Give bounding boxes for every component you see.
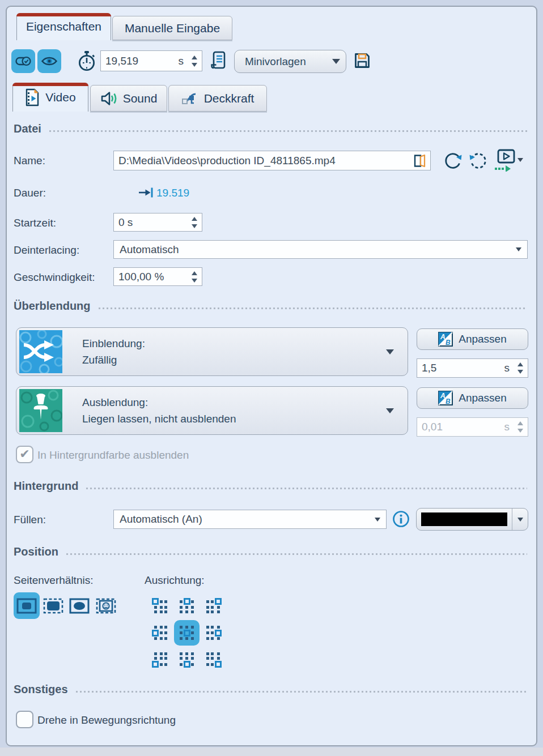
background-color-button[interactable] [416,508,528,531]
duration-unit: s [179,55,184,67]
duration-end-arrow-icon [138,186,154,199]
alignment-middle-right-button[interactable] [201,620,226,646]
alignment-dot [160,657,163,660]
fade-in-combo[interactable]: Einblendung: Zufällig [16,327,408,376]
dotted-divider [49,130,527,132]
alignment-bottom-center-button[interactable] [174,647,200,672]
startzeit-input[interactable]: 0 s [113,213,202,232]
dotted-divider [86,488,527,489]
alignment-dot [180,600,183,603]
alignment-dot [160,637,163,640]
speed-spinner[interactable] [192,271,197,283]
alignment-dot [154,610,157,613]
tab-video[interactable]: Video [12,83,88,112]
alignment-dot [160,626,163,629]
fade-in-time-spinner[interactable] [517,362,523,374]
tab-sound[interactable]: Sound [90,85,167,112]
alignment-middle-center-button[interactable] [174,620,200,646]
aspect-original-button[interactable] [14,592,40,619]
tab-manuelle-eingabe[interactable]: Manuelle Eingabe [112,16,232,40]
alignment-marker [215,630,222,637]
alignment-dot [191,663,194,666]
fade-in-time-unit: s [504,362,510,374]
aspect-stretch-button[interactable] [66,592,92,619]
info-icon[interactable] [392,510,410,528]
fuellen-label: Füllen: [14,514,46,526]
filename-input[interactable]: D:\Media\Videos\production ID_4811865.mp… [113,151,431,170]
alignment-dot [206,637,209,640]
rotate-direction-checkbox[interactable] [16,711,33,728]
alignment-marker [152,661,159,668]
fade-out-adjust-button[interactable]: A B Anpassen [417,387,528,409]
alignment-dot [164,663,167,666]
alignment-bottom-left-button[interactable] [147,647,173,672]
alignment-dot [211,637,214,640]
alignment-bottom-right-button[interactable] [201,647,226,672]
fade-in-time-input[interactable]: 1,5 s [417,358,528,378]
alignment-dot [217,637,220,640]
chevron-down-icon [386,408,394,413]
duration-spinner[interactable] [192,55,197,67]
outer-background [0,748,543,756]
alignment-marker [215,598,222,605]
visibility-button[interactable] [37,49,61,73]
alignment-dot [191,626,194,629]
chevron-down-icon [332,59,340,64]
alignment-dot [191,606,194,609]
ausrichtung-label: Ausrichtung: [145,574,205,587]
fade-in-adjust-button[interactable]: A B Anpassen [417,328,528,350]
aspect-stretch-icon [69,598,90,614]
alignment-dot [185,626,188,629]
deinterlacing-dropdown[interactable]: Automatisch [113,240,528,259]
alignment-dot [180,657,183,660]
alignment-dot [164,637,167,640]
tab-eigenschaften[interactable]: Eigenschaften [16,13,111,40]
alignment-dot [164,657,167,660]
alignment-dot [160,663,163,666]
alignment-dot [180,606,183,609]
rotate-ccw-icon[interactable] [443,151,463,170]
section-sonstiges: Sonstiges [14,683,527,696]
alignment-dot [191,631,194,634]
alignment-middle-left-button[interactable] [147,620,173,646]
alignment-dot [217,652,220,655]
aspect-window-button[interactable] [93,592,119,619]
alignment-top-left-button[interactable] [147,593,173,619]
enabled-toggle-button[interactable] [11,49,35,73]
preview-play-icon[interactable] [494,149,515,172]
alignment-marker [152,598,159,605]
tab-label: Video [45,91,75,104]
tab-deckkraft[interactable]: Deckkraft [168,85,267,112]
chevron-down-icon [517,518,523,522]
fill-dropdown[interactable]: Automatisch (An) [113,510,387,529]
alignment-top-right-button[interactable] [201,593,226,619]
preview-menu-caret[interactable] [517,158,523,162]
startzeit-spinner[interactable] [192,217,197,228]
alignment-top-center-button[interactable] [174,593,200,619]
section-datei: Datei [14,122,527,135]
app-window: Eigenschaften Manuelle Eingabe [0,0,543,756]
open-file-icon[interactable] [413,153,426,168]
fade-out-combo[interactable]: Ausblendung: Liegen lassen, nicht ausble… [16,386,408,435]
aspect-crop-button[interactable] [40,592,66,619]
save-floppy-icon[interactable] [353,52,371,70]
background-color-menu[interactable] [512,518,528,522]
shuffle-transition-thumbnail [19,330,62,373]
speed-input[interactable]: 100,00 % [113,267,202,286]
alignment-dot [164,606,167,609]
duration-value: 19,519 [105,55,179,67]
alignment-dot [154,652,157,655]
alignment-dot [180,663,183,666]
chevron-down-icon [386,349,394,354]
alignment-dot [154,637,157,640]
fade-out-time-unit: s [504,421,510,433]
alignment-dot [191,610,194,613]
dotted-divider [66,553,527,555]
seitenverhaeltnis-label: Seitenverhältnis: [14,574,93,587]
duration-input[interactable]: 19,519 s [100,50,202,71]
alignment-dot [217,657,220,660]
rotate-cw-icon[interactable] [469,151,488,170]
script-log-icon[interactable] [210,50,227,71]
section-title: Position [14,545,58,558]
templates-dropdown[interactable]: Minivorlagen [234,50,346,73]
